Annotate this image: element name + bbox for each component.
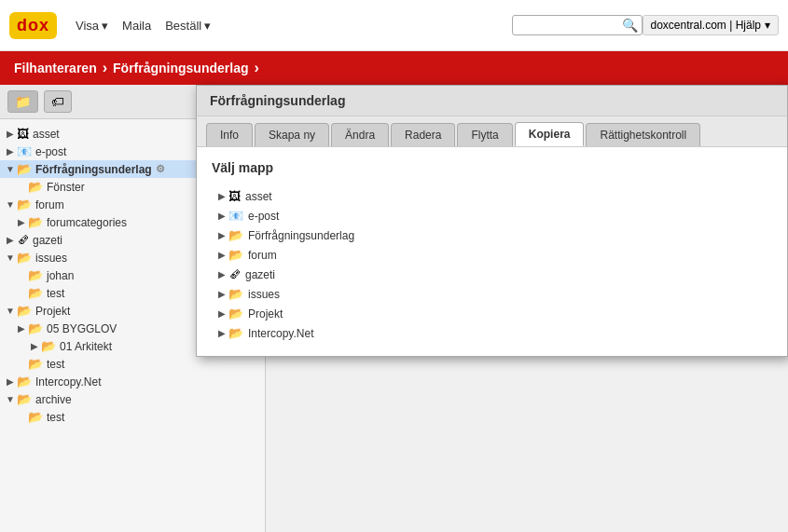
folder-icon: 📂: [17, 198, 32, 211]
folder-icon: 🖼: [17, 127, 29, 141]
folder-icon: 📂: [28, 321, 43, 335]
breadcrumb-root: Filhanteraren: [14, 61, 97, 75]
tree-label: issues: [35, 252, 67, 265]
toggle-icon[interactable]: ▶: [215, 308, 228, 319]
toggle-icon[interactable]: ▼: [4, 252, 17, 263]
toggle-icon[interactable]: ▶: [4, 376, 17, 387]
tree-item-test-projekt[interactable]: 📂 test: [0, 355, 265, 373]
modal-tab-info[interactable]: Info: [206, 123, 253, 146]
modal-tree-item-forum[interactable]: ▶ 📂 forum: [212, 245, 772, 265]
modal-tree-label: Förfrågningsunderlag: [248, 229, 354, 242]
folder-view-button[interactable]: 📁: [7, 90, 38, 113]
help-button[interactable]: doxcentral.com | Hjälp ▾: [643, 15, 780, 35]
modal-tree-label: Intercopy.Net: [248, 327, 313, 340]
toggle-icon[interactable]: ▶: [215, 211, 228, 221]
folder-icon: 📂: [228, 326, 243, 340]
folder-icon: 📧: [17, 144, 32, 158]
nav-visa[interactable]: Visa ▾: [76, 19, 108, 33]
modal-tree-label: asset: [245, 190, 272, 203]
tree-item-intercopy[interactable]: ▶ 📂 Intercopy.Net: [0, 373, 265, 390]
folder-open-icon: 📂: [17, 162, 32, 176]
tree-label: e-post: [35, 145, 66, 158]
folder-icon: 📂: [28, 357, 43, 371]
folder-icon: 📂: [228, 287, 243, 301]
toggle-icon[interactable]: ▶: [15, 217, 28, 227]
toggle-icon[interactable]: ▼: [4, 164, 17, 174]
breadcrumb-arrow: ›: [254, 60, 258, 76]
modal-tab-kopiera[interactable]: Kopiera: [515, 122, 585, 146]
modal-tree-label: gazeti: [245, 268, 275, 281]
toggle-icon[interactable]: ▶: [215, 230, 228, 240]
nav-maila[interactable]: Maila: [122, 19, 151, 33]
tree-label: Fönster: [47, 181, 85, 194]
folder-icon: 📂: [41, 339, 56, 353]
tree-label: 05 BYGGLOV: [47, 322, 117, 335]
breadcrumb-separator: ›: [103, 60, 107, 76]
toggle-icon[interactable]: ▶: [4, 129, 17, 139]
tree-item-archive[interactable]: ▼ 📂 archive: [0, 390, 265, 408]
tree-label: forumcategories: [47, 216, 127, 229]
toggle-icon[interactable]: ▶: [4, 235, 17, 245]
modal-tree-item-intercopy[interactable]: ▶ 📂 Intercopy.Net: [212, 323, 772, 343]
toggle-icon[interactable]: ▼: [4, 394, 17, 404]
toggle-icon[interactable]: ▶: [215, 191, 228, 201]
toggle-icon[interactable]: ▶: [215, 250, 228, 260]
tree-label: test: [47, 411, 64, 424]
folder-icon: 🖼: [228, 189, 241, 203]
toggle-icon[interactable]: ▶: [15, 323, 28, 334]
breadcrumb-current: Förfrågningsunderlag: [113, 61, 248, 75]
modal-tab-rattighet[interactable]: Rättighetskontroll: [586, 123, 700, 146]
toggle-icon[interactable]: ▶: [28, 341, 41, 351]
folder-icon: 📧: [228, 209, 243, 223]
chevron-down-icon: ▾: [102, 19, 108, 33]
tree-label: Intercopy.Net: [35, 375, 101, 389]
chevron-down-icon: ▾: [204, 19, 211, 33]
modal-tab-andra[interactable]: Ändra: [331, 123, 389, 146]
folder-icon: 📂: [17, 392, 32, 406]
modal-dialog: Förfrågningsunderlag Info Skapa ny Ändra…: [196, 85, 788, 357]
gear-icon: ⚙: [156, 163, 165, 175]
tree-label: forum: [35, 198, 64, 211]
modal-tab-radera[interactable]: Radera: [391, 123, 455, 146]
modal-tree-item-projekt[interactable]: ▶ 📂 Projekt: [212, 304, 772, 323]
modal-tab-skapa[interactable]: Skapa ny: [255, 123, 329, 146]
folder-icon: 📂: [228, 228, 243, 242]
folder-icon: 🗞: [17, 233, 29, 247]
modal-tree-area: ▶ 🖼 asset ▶ 📧 e-post ▶ 📂 Förfrågningsund…: [212, 186, 772, 343]
breadcrumb: Filhanteraren › Förfrågningsunderlag ›: [0, 51, 788, 85]
modal-tree-item-forfragnungsunderlag[interactable]: ▶ 📂 Förfrågningsunderlag: [212, 225, 772, 245]
toggle-icon[interactable]: ▶: [215, 328, 228, 338]
folder-icon: 🗞: [228, 267, 241, 281]
nav-bestall[interactable]: Beställ ▾: [165, 19, 211, 33]
tag-view-button[interactable]: 🏷: [44, 90, 72, 113]
modal-tab-flytta[interactable]: Flytta: [457, 123, 512, 146]
toggle-icon[interactable]: ▼: [4, 306, 17, 316]
modal-tree-item-asset[interactable]: ▶ 🖼 asset: [212, 186, 772, 206]
nav-menu: Visa ▾ Maila Beställ ▾: [76, 19, 211, 33]
toggle-icon[interactable]: ▶: [215, 269, 228, 280]
toggle-icon[interactable]: ▼: [4, 199, 17, 210]
modal-tree-item-epost[interactable]: ▶ 📧 e-post: [212, 206, 772, 225]
logo: dox: [9, 12, 57, 39]
folder-icon: 📂: [28, 215, 43, 229]
modal-tree-label: Projekt: [248, 307, 283, 321]
folder-icon: 📂: [28, 286, 43, 300]
modal-header: Förfrågningsunderlag: [197, 86, 787, 116]
tree-label: archive: [35, 393, 72, 406]
modal-tree-label: issues: [248, 288, 280, 301]
chevron-down-icon: ▾: [765, 19, 770, 32]
modal-section-title: Välj mapp: [212, 160, 772, 175]
folder-icon: 📂: [17, 304, 32, 318]
tree-item-test-archive[interactable]: 📂 test: [0, 408, 265, 426]
folder-icon: 📂: [17, 251, 32, 265]
modal-tree-item-gazeti[interactable]: ▶ 🗞 gazeti: [212, 265, 772, 284]
tree-label: asset: [33, 128, 60, 141]
search-button[interactable]: 🔍: [622, 18, 638, 33]
tree-label: Projekt: [35, 305, 70, 318]
toggle-icon[interactable]: ▶: [4, 146, 17, 157]
toggle-icon[interactable]: ▶: [215, 289, 228, 299]
folder-icon: 📂: [17, 375, 32, 389]
search-area: 🔍 doxcentral.com | Hjälp ▾: [512, 15, 780, 35]
modal-body: Välj mapp ▶ 🖼 asset ▶ 📧 e-post ▶ 📂: [197, 147, 787, 356]
modal-tree-item-issues[interactable]: ▶ 📂 issues: [212, 284, 772, 304]
